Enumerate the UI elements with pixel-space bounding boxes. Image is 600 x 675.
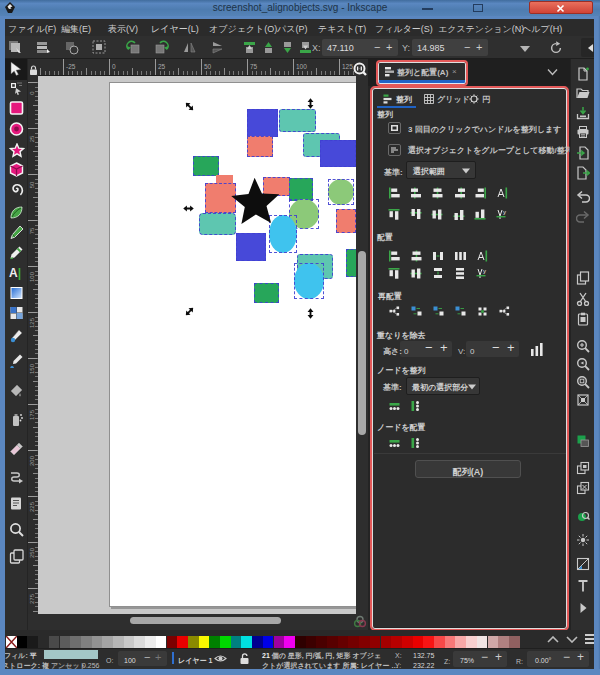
- svg-text:y: y: [503, 209, 506, 215]
- svg-text:y: y: [483, 268, 486, 274]
